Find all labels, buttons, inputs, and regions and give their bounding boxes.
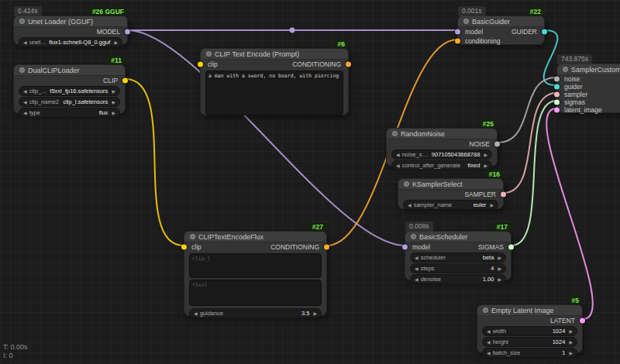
decrement-arrow-icon[interactable]: ◀ (487, 329, 491, 334)
node-header[interactable]: KSamplerSelect (398, 179, 503, 190)
decrement-arrow-icon[interactable]: ◀ (487, 351, 491, 355)
increment-arrow-icon[interactable]: ▶ (112, 89, 115, 94)
node-clip-text-encode[interactable]: #6 CLIP Text Encode (Prompt) clip CONDIT… (200, 48, 349, 115)
collapse-dot-icon[interactable] (483, 307, 488, 313)
sigmas-output-port[interactable] (508, 245, 514, 250)
node-graph-canvas[interactable]: 0.424s #26 GGUF Unet Loader (GGUF) MODEL… (0, 0, 620, 364)
decrement-arrow-icon[interactable]: ◀ (415, 256, 418, 260)
decrement-arrow-icon[interactable]: ◀ (408, 203, 412, 208)
node-clip-text-encode-flux[interactable]: #27 CLIPTextEncodeFlux clip CONDITIONING… (184, 231, 327, 316)
node-header[interactable]: SamplerCustomAdvanced (557, 64, 620, 75)
conditioning-input-port[interactable] (455, 39, 460, 44)
sampler-output-port[interactable] (501, 192, 506, 197)
node-header[interactable]: DualCLIPLoader (14, 65, 125, 76)
increment-arrow-icon[interactable]: ▶ (484, 153, 487, 157)
height-widget[interactable]: ◀ height 1024 ▶ (482, 337, 577, 347)
node-header[interactable]: Unet Loader (GGUF) (14, 16, 127, 27)
node-header[interactable]: BasicScheduler (405, 232, 511, 242)
collapse-dot-icon[interactable] (463, 19, 469, 24)
sampler-input-port[interactable] (554, 92, 560, 98)
clip-name2-widget[interactable]: ◀ clip_name2 clip_l.safetensors ▶ (19, 97, 120, 107)
model-input-port[interactable] (402, 245, 408, 250)
width-widget[interactable]: ◀ width 1024 ▶ (482, 326, 577, 336)
node-unet-loader-gguf[interactable]: 0.424s #26 GGUF Unet Loader (GGUF) MODEL… (13, 15, 128, 45)
scheduler-widget[interactable]: ◀ scheduler beta ▶ (410, 252, 506, 263)
clip-input-port[interactable] (198, 62, 203, 67)
latent-output-port[interactable] (580, 318, 585, 324)
collapse-dot-icon[interactable] (206, 51, 212, 57)
collapse-dot-icon[interactable] (190, 234, 195, 239)
noise-input-port[interactable] (554, 77, 560, 82)
increment-arrow-icon[interactable]: ▶ (114, 40, 118, 45)
node-id-badge: #26 GGUF (89, 7, 127, 16)
clip-input-port[interactable] (181, 245, 187, 250)
collapse-dot-icon[interactable] (404, 181, 409, 187)
collapse-dot-icon[interactable] (19, 19, 25, 24)
increment-arrow-icon[interactable]: ▶ (313, 311, 317, 316)
increment-arrow-icon[interactable]: ▶ (569, 329, 573, 334)
decrement-arrow-icon[interactable]: ◀ (23, 89, 27, 94)
node-basic-guider[interactable]: 0.001s #22 BasicGuider model GUIDER cond… (457, 15, 545, 45)
decrement-arrow-icon[interactable]: ◀ (23, 111, 27, 115)
increment-arrow-icon[interactable]: ▶ (498, 266, 501, 271)
clip-output-port[interactable] (122, 78, 128, 84)
node-sampler-custom-advanced[interactable]: 743.875s SamplerCustomAdvanced noise gui… (556, 64, 620, 113)
increment-arrow-icon[interactable]: ▶ (569, 351, 573, 355)
guider-output-port[interactable] (542, 29, 547, 35)
latent-image-input-port[interactable] (554, 108, 560, 113)
clip-l-textarea[interactable]: clip_l (189, 253, 322, 278)
type-widget[interactable]: ◀ type flux ▶ (19, 108, 120, 118)
decrement-arrow-icon[interactable]: ◀ (415, 277, 418, 282)
conditioning-output-port[interactable] (346, 62, 351, 67)
guider-input-port[interactable] (554, 84, 560, 90)
collapse-dot-icon[interactable] (392, 131, 398, 136)
input-label: noise (564, 75, 580, 83)
collapse-dot-icon[interactable] (563, 67, 568, 72)
node-header[interactable]: CLIP Text Encode (Prompt) (201, 49, 348, 60)
denoise-widget[interactable]: ◀ denoise 1.00 ▶ (410, 274, 506, 284)
decrement-arrow-icon[interactable]: ◀ (396, 163, 400, 168)
increment-arrow-icon[interactable]: ▶ (569, 340, 573, 345)
model-output-port[interactable] (125, 29, 130, 35)
batch-size-widget[interactable]: ◀ batch_size 1 ▶ (482, 348, 577, 358)
noise-seed-widget[interactable]: ◀ noise_seed 907105043668788 ▶ (391, 149, 492, 160)
node-ksampler-select[interactable]: #16 KSamplerSelect SAMPLER ◀ sampler_nam… (398, 178, 504, 209)
increment-arrow-icon[interactable]: ▶ (498, 277, 501, 282)
increment-arrow-icon[interactable]: ▶ (498, 256, 501, 260)
io-row: model SIGMAS (405, 242, 511, 252)
sigmas-input-port[interactable] (554, 100, 560, 105)
node-random-noise[interactable]: #25 RandomNoise NOISE ◀ noise_seed 90710… (386, 128, 498, 167)
steps-widget[interactable]: ◀ steps 4 ▶ (410, 263, 506, 273)
t5xxl-textarea[interactable]: t5xxl (189, 280, 322, 306)
increment-arrow-icon[interactable]: ▶ (112, 111, 115, 115)
noise-output-port[interactable] (494, 142, 500, 147)
sampler-name-widget[interactable]: ◀ sampler_name euler ▶ (403, 200, 498, 210)
guidance-widget[interactable]: ◀ guidance 3.5 ▶ (189, 308, 322, 318)
node-id-badge: #17 (494, 222, 511, 232)
widget-value: clip_l.safetensors (63, 98, 109, 105)
prompt-textarea[interactable]: a man with a sword, no beard, with pierc… (205, 70, 343, 115)
increment-arrow-icon[interactable]: ▶ (484, 163, 487, 168)
increment-arrow-icon[interactable]: ▶ (490, 203, 494, 208)
node-header[interactable]: Empty Latent Image (477, 305, 582, 316)
collapse-dot-icon[interactable] (411, 234, 416, 239)
unet-name-widget[interactable]: ◀ unet_name flux1-schnell-Q8_0.gguf ▶ (19, 37, 122, 47)
model-input-port[interactable] (455, 29, 460, 35)
node-header[interactable]: CLIPTextEncodeFlux (184, 232, 326, 242)
node-dual-clip-loader[interactable]: #11 DualCLIPLoader CLIP ◀ clip_name1 t5x… (13, 64, 126, 114)
clip-name1-widget[interactable]: ◀ clip_name1 t5xxl_fp16.safetensors ▶ (19, 86, 120, 96)
control-after-generate-widget[interactable]: ◀ control_after_generate fixed ▶ (391, 160, 492, 170)
collapse-dot-icon[interactable] (19, 67, 25, 73)
decrement-arrow-icon[interactable]: ◀ (194, 311, 198, 316)
decrement-arrow-icon[interactable]: ◀ (396, 153, 400, 157)
decrement-arrow-icon[interactable]: ◀ (487, 340, 491, 345)
node-header[interactable]: BasicGuider (458, 16, 544, 27)
node-header[interactable]: RandomNoise (387, 129, 497, 139)
conditioning-output-port[interactable] (324, 245, 329, 250)
decrement-arrow-icon[interactable]: ◀ (23, 100, 27, 105)
decrement-arrow-icon[interactable]: ◀ (23, 40, 27, 45)
increment-arrow-icon[interactable]: ▶ (112, 100, 115, 105)
decrement-arrow-icon[interactable]: ◀ (415, 266, 418, 271)
node-basic-scheduler[interactable]: 0.008s #17 BasicScheduler model SIGMAS ◀… (405, 231, 512, 280)
node-empty-latent-image[interactable]: #5 Empty Latent Image LATENT ◀ width 102… (477, 304, 583, 353)
